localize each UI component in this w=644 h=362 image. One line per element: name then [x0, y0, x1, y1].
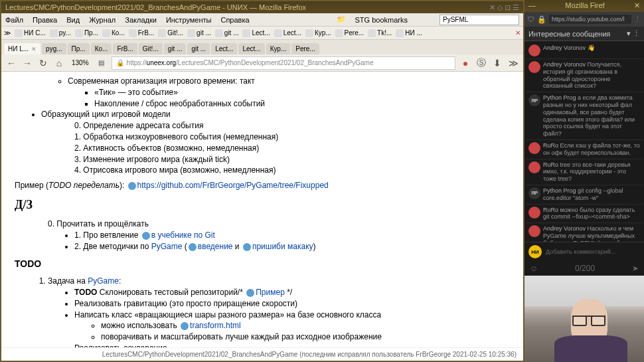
bookmark-item[interactable]: git ... — [187, 29, 211, 37]
list-item: «Тик» — это событие» — [94, 87, 510, 98]
bookmark-item[interactable]: НИ ... — [396, 29, 422, 37]
bookmarks-folder-icon[interactable]: 📁 — [337, 15, 346, 24]
todo-heading: TODO — [15, 258, 510, 271]
chat-input[interactable]: Добавить комментарий... — [546, 248, 640, 255]
list-item: Отрисовка игрового мира (возможно, немед… — [74, 165, 510, 176]
bookmark-item[interactable]: Pere... — [335, 29, 364, 37]
back-button[interactable]: ← — [5, 57, 17, 69]
bookmark-item[interactable]: Ко... — [102, 29, 125, 37]
chat-title: Интересные сообщения — [528, 30, 610, 38]
side-firefox-window: —Mozilla Firef✕ 🛡 🔒 https://studio.youtu… — [524, 0, 644, 362]
git-tutorial-link[interactable]: в учебнике по Git — [151, 230, 215, 240]
bookmarks-folder-label[interactable]: STG bookmarks — [355, 16, 408, 24]
list-item: Активность объектов (возможно, немедленн… — [74, 143, 510, 154]
chat-dropdown-icon[interactable]: ▾ ⋮ — [627, 29, 640, 38]
tab[interactable]: git ... — [187, 43, 210, 54]
side-menu-icon[interactable]: ⋮ — [634, 15, 641, 24]
chat-message: RuRo tree это все-таки деревья имхо, т.к… — [526, 159, 643, 185]
tab[interactable]: FrB... — [113, 43, 137, 54]
list-item: Про ветвление в учебнике по Git — [74, 230, 510, 241]
chat-message: Andrey Voronov 👋 — [526, 43, 643, 59]
bookmark-item[interactable]: FrB... — [129, 29, 154, 37]
bookmark-item[interactable]: py... — [50, 29, 71, 37]
tab[interactable]: Ко... — [91, 43, 112, 54]
noscript-icon[interactable]: Ⓢ — [475, 57, 487, 69]
side-shield-icon[interactable]: 🛡 — [527, 15, 534, 23]
tab[interactable]: git ... — [164, 43, 187, 54]
menu-help[interactable]: Справка — [220, 16, 249, 24]
close-icon[interactable]: ✕ — [31, 46, 37, 52]
side-url-bar[interactable]: https://studio.youtube.com/l — [549, 15, 631, 24]
avatar — [528, 45, 540, 56]
bookmark-item[interactable]: git ... — [215, 29, 239, 37]
list-item: Реализовать соударение просчитывать соуд… — [74, 343, 510, 347]
globe-icon — [243, 243, 251, 251]
list-item: Прочитать и прощёлкать Про ветвление в у… — [48, 219, 510, 252]
url-bar[interactable]: 🔒 https://uneex.org/LecturesCMC/PythonDe… — [112, 56, 455, 70]
bookmark-item[interactable]: Кур... — [305, 29, 331, 37]
tab[interactable]: Кур... — [266, 43, 291, 54]
extension-icon[interactable]: ● — [459, 57, 471, 69]
tab[interactable]: Пр... — [68, 43, 90, 54]
extension-icon-2[interactable]: ⬇ — [491, 57, 503, 69]
example-repo-link[interactable]: Пример — [256, 288, 285, 297]
window-controls[interactable]: ✕ ◇ ⊡ ☰ — [489, 3, 519, 12]
example-line: Пример (TODO переделать): https://github… — [15, 180, 510, 191]
avatar — [528, 207, 540, 219]
menu-view[interactable]: Вид — [66, 16, 80, 24]
bookmark-item[interactable]: Lect... — [274, 29, 301, 37]
bookmarks-toolbar: ≫ НИ С... py... Пр... Ко... FrB... Git!.… — [1, 27, 523, 40]
menu-journal[interactable]: Журнал — [89, 16, 116, 24]
monkey-link[interactable]: пришиби макаку — [252, 242, 313, 251]
emoji-button[interactable]: ☺ — [530, 264, 538, 273]
main-firefox-window: LecturesCMC/PythonDevelopment2021/02_Bra… — [0, 0, 524, 362]
globe-icon — [189, 243, 197, 251]
menu-file[interactable]: Файл — [5, 16, 23, 24]
chat-message: RuRo Если хэш у файла тот-же, то он офк … — [526, 140, 643, 159]
bookmark-item[interactable]: Пр... — [75, 29, 98, 37]
list-item: Две методички по PyGame (введение и приш… — [74, 241, 510, 252]
avatar — [528, 161, 540, 173]
bookmarks-dropdown-icon[interactable]: ≫ — [4, 29, 11, 37]
zoom-level[interactable]: 130% — [69, 59, 92, 66]
pygame-link-2[interactable]: PyGame — [88, 276, 119, 286]
menu-edit[interactable]: Правка — [33, 16, 57, 24]
list-item: можно использовать transform.html — [101, 320, 510, 331]
list-item: Накопление / сброс необработанных событи… — [94, 98, 510, 110]
close-all-tabs-icon[interactable]: ✕ — [515, 29, 521, 37]
send-button[interactable]: ➤ — [632, 264, 639, 273]
bookmark-item[interactable]: Lect... — [242, 29, 270, 37]
bookmark-item[interactable]: Git!... — [158, 29, 183, 37]
avatar — [528, 61, 540, 73]
intro-link[interactable]: введение — [198, 242, 233, 251]
bookmark-item[interactable]: НИ С... — [15, 29, 46, 37]
list-item: Обработка низкоуровневого события (немед… — [74, 132, 510, 143]
home-button[interactable]: ⌂ — [53, 57, 65, 69]
example-link[interactable]: https://github.com/FrBrGeorge/PyGame/tre… — [137, 181, 329, 190]
search-input[interactable] — [440, 15, 519, 25]
tab[interactable]: Git!... — [139, 43, 163, 54]
globe-icon — [128, 182, 136, 190]
forward-button[interactable]: → — [21, 57, 33, 69]
menu-tools[interactable]: Инструменты — [166, 16, 212, 24]
tab[interactable]: Lect... — [211, 43, 237, 54]
bookmark-item[interactable]: Tk!... — [368, 29, 392, 37]
tab[interactable]: Pere... — [291, 43, 319, 54]
tab[interactable]: Lect... — [238, 43, 264, 54]
tab[interactable]: pyg... — [42, 43, 66, 54]
chat-messages[interactable]: Andrey Voronov 👋 Andrey Voronov Получает… — [524, 41, 644, 242]
list-item: Образующий цикл игровой модели Определен… — [41, 109, 510, 176]
list-item: TODO Склонировать тестовый репозиторий/*… — [74, 287, 510, 298]
chat-message: ЯPPython Prog а если два коммита разные … — [526, 92, 643, 140]
transform-link[interactable]: transform.html — [190, 321, 241, 330]
pygame-link[interactable]: PyGame — [151, 242, 183, 251]
reader-button[interactable]: ▤ — [96, 57, 108, 69]
menu-bookmarks[interactable]: Закладки — [125, 16, 157, 24]
list-item: Определение адресата события — [74, 120, 510, 132]
webcam-feed — [524, 276, 644, 362]
tab[interactable]: НИ L...✕ — [4, 43, 40, 54]
list-item: поворачивать и масштабировать лучше кажд… — [101, 331, 510, 343]
list-item: Реализовать гравитацию (это просто прира… — [74, 298, 510, 310]
menu-button[interactable]: ≫ — [507, 57, 519, 69]
reload-button[interactable]: ↻ — [37, 57, 49, 69]
